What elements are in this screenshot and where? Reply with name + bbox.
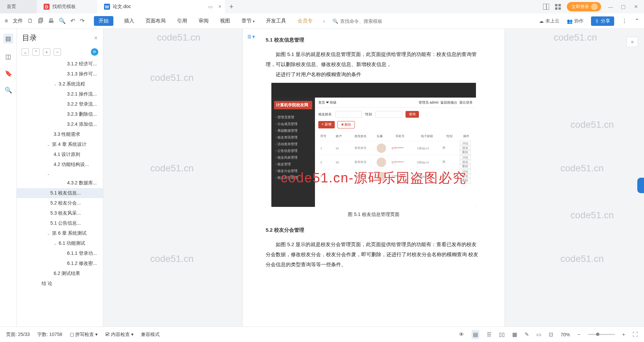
outline-item[interactable]: 3.3 性能需求 [17, 129, 103, 139]
find-rail-icon[interactable]: 🔍 [5, 87, 12, 94]
login-button[interactable]: 立即登录 [567, 2, 601, 11]
collapse-all-icon[interactable]: ⌄ [21, 48, 29, 56]
undo-icon[interactable]: ↶ [70, 17, 75, 24]
menu-start[interactable]: 开始 [94, 16, 113, 26]
outline-item[interactable]: 4.1 设计原则 [17, 150, 103, 160]
side-tab[interactable] [637, 178, 644, 193]
search-input[interactable] [340, 18, 407, 24]
menu-dev[interactable]: 开发工具 [265, 16, 287, 25]
zoom-fit-icon[interactable]: ⊡ [549, 331, 553, 338]
page-count[interactable]: 页面: 25/33 [6, 332, 30, 338]
page-marker-icon[interactable]: 🗎▾ [247, 34, 255, 40]
content-check[interactable]: 🗹 内容检查 ▾ [105, 332, 133, 338]
outline-item[interactable]: 3.1.3 操作可... [17, 69, 103, 79]
save-icon[interactable]: 🗋 [28, 18, 33, 24]
tab-template[interactable]: D找稻壳模板 [37, 0, 97, 13]
read-view-icon[interactable]: ▯▯ [499, 331, 505, 338]
menu-more-icon[interactable]: › [323, 18, 325, 24]
zoom-level[interactable]: 70% [560, 332, 570, 337]
detach-icon[interactable]: ▭ [208, 4, 213, 9]
search-icon: 🔍 [332, 18, 338, 24]
word-count[interactable]: 字数: 10758 [37, 332, 62, 338]
menu-layout[interactable]: 页面布局 [145, 16, 166, 25]
outline-item[interactable]: ⌄第 6 章 系统测试 [17, 228, 103, 238]
expand-all-icon[interactable]: ⌃ [32, 48, 40, 56]
outline-item[interactable]: ⌄6.1 功能测试 [17, 238, 103, 248]
collapse-icon[interactable]: ⌃ [635, 17, 639, 24]
watermark: code51.cn [150, 72, 194, 83]
add-heading-icon[interactable]: + [43, 48, 50, 56]
ribbon-menu: 开始 插入 页面布局 引用 审阅 视图 章节 ▾ 开发工具 会员专 › [94, 16, 325, 26]
tab-document[interactable]: W论文.doc▭× [97, 0, 225, 13]
menu-ref[interactable]: 引用 [176, 16, 188, 25]
nav-rail-icon[interactable]: ◫ [5, 53, 12, 60]
outline-item[interactable]: 结 论 [17, 279, 103, 289]
zoom-in-icon[interactable]: + [622, 332, 625, 338]
outline-view-icon[interactable]: ☰ [487, 331, 491, 338]
compat-mode[interactable]: 兼容模式 [141, 332, 160, 338]
remove-heading-icon[interactable]: − [54, 48, 61, 56]
menu-chapter[interactable]: 章节 ▾ [241, 16, 255, 25]
bookmark-rail-icon[interactable]: 🔖 [5, 70, 12, 77]
spell-check[interactable]: ▢ 拼写检查 ▾ [70, 332, 98, 338]
draft-view-icon[interactable]: ✎ [525, 331, 529, 338]
maximize-icon[interactable]: ▢ [620, 4, 627, 10]
close-icon[interactable]: × [218, 4, 221, 10]
outline-item[interactable]: 5.2 校友分会... [17, 198, 103, 208]
cloud-status[interactable]: ☁未上云 [539, 18, 559, 24]
outline-item[interactable]: 3.2.1 操作流... [17, 89, 103, 99]
menu-insert[interactable]: 插入 [123, 16, 135, 25]
outline-item[interactable]: 4.2 功能结构设... [17, 160, 103, 170]
page-view-icon[interactable]: ▤ [472, 330, 479, 339]
zoom-slider[interactable] [588, 334, 615, 335]
outline-item[interactable]: ⌄ [17, 170, 103, 178]
outline-item[interactable]: 6.1.1 登录功... [17, 248, 103, 259]
window-close-icon[interactable]: ✕ [633, 4, 639, 10]
apps-icon[interactable] [555, 4, 561, 10]
print-icon[interactable]: 🖶 [48, 18, 54, 24]
outline-item[interactable]: 5.3 校友风采... [17, 208, 103, 218]
preview-icon[interactable]: 🔍 [59, 17, 66, 24]
layout-icon[interactable] [543, 4, 549, 10]
share-button[interactable]: ⇪分享 [591, 16, 614, 26]
collab-button[interactable]: 👥协作 [567, 18, 584, 24]
minimize-icon[interactable]: — [607, 4, 614, 10]
chevron-down-icon: ⌄ [47, 142, 50, 147]
outline-item[interactable]: ⌄第 4 章 系统设计 [17, 139, 103, 150]
heading-5-2: 5.2 校友分会管理 [266, 227, 482, 233]
mobile-view-icon[interactable]: ▭ [536, 331, 541, 338]
outline-item[interactable]: 3.1.2 经济可... [17, 59, 103, 69]
sync-icon[interactable]: ⟳ [91, 48, 98, 56]
paragraph: 如图 5.1 显示的就是校友信息管理页面，此页面提供给管理员的功能有：校友信息的… [266, 49, 482, 69]
menu-view[interactable]: 视图 [219, 16, 231, 25]
zoom-out-icon[interactable]: − [577, 332, 580, 338]
fullscreen-icon[interactable]: ⛶ [633, 332, 638, 338]
outline-item[interactable]: 6.2 测试结果 [17, 269, 103, 279]
menu-icon[interactable]: ≡ [5, 18, 8, 24]
outline-item[interactable]: 4.3.2 数据库... [17, 178, 103, 188]
outline-item[interactable]: 6.1.2 修改密... [17, 259, 103, 269]
outline-item[interactable]: 3.2.4 添加信... [17, 119, 103, 129]
add-tab-button[interactable]: + [225, 2, 238, 11]
file-menu[interactable]: 文件 [13, 18, 23, 24]
watermark: code51.cn [150, 253, 194, 264]
menu-vip[interactable]: 会员专 [297, 16, 313, 25]
tab-home[interactable]: 首页 [0, 0, 37, 13]
redo-icon[interactable]: ↷ [80, 17, 85, 24]
outline-item[interactable]: 5.1 校友信息... [17, 188, 103, 198]
web-view-icon[interactable]: ▦ [512, 331, 517, 338]
eye-icon[interactable]: 👁 [459, 332, 464, 338]
menu-review[interactable]: 审阅 [198, 16, 209, 25]
outline-item[interactable]: ⌄3.2 系统流程 [17, 79, 103, 89]
export-icon[interactable]: 🗐 [38, 18, 44, 24]
outline-item[interactable]: 3.2.3 删除信... [17, 109, 103, 119]
outline-item[interactable]: 3.2.2 登录流... [17, 99, 103, 109]
outline-close-icon[interactable]: × [94, 35, 98, 42]
more-icon[interactable]: ⋮ [622, 17, 627, 24]
panel-toggle-icon[interactable]: ≡ [627, 37, 638, 47]
outline-list: 3.1.2 经济可...3.1.3 操作可...⌄3.2 系统流程3.2.1 操… [17, 59, 103, 327]
outline-rail-icon[interactable]: ▤ [3, 34, 13, 44]
outline-item[interactable]: 5.1 公告信息... [17, 218, 103, 228]
figure-caption: 图 5.1 校友信息管理页面 [266, 212, 482, 218]
command-search[interactable]: 🔍 [332, 18, 407, 24]
